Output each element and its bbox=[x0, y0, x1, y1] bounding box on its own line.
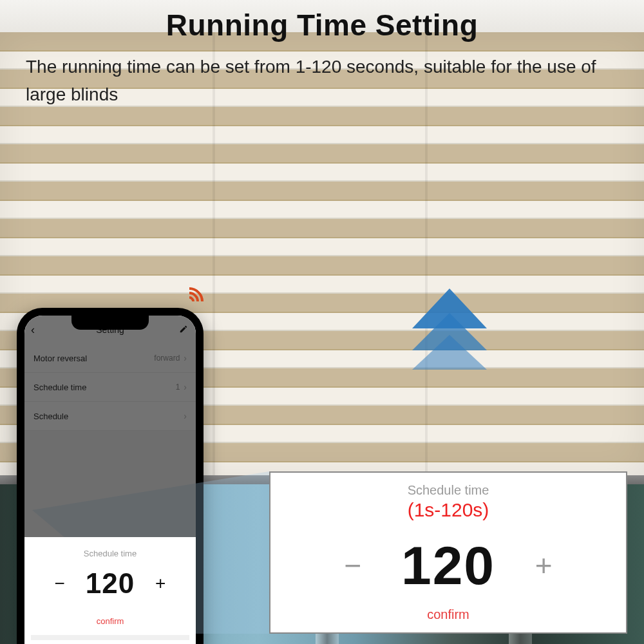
zoom-panel: Schedule time (1s-120s) − 120 + confirm bbox=[269, 471, 627, 634]
decrement-button[interactable]: − bbox=[48, 573, 71, 594]
increment-button[interactable]: + bbox=[149, 573, 172, 594]
zoom-time-value: 120 bbox=[401, 535, 495, 597]
time-value: 120 bbox=[86, 567, 135, 600]
zoom-range-label: (1s-120s) bbox=[283, 499, 613, 521]
phone-notch bbox=[71, 316, 149, 330]
page-subtitle: The running time can be set from 1-120 s… bbox=[26, 53, 618, 109]
cancel-button[interactable]: Cancel bbox=[31, 635, 189, 644]
zoom-title: Schedule time bbox=[283, 483, 613, 498]
time-stepper: − 120 + bbox=[31, 567, 189, 600]
zoom-stepper: − 120 + bbox=[283, 524, 613, 607]
sheet-title: Schedule time bbox=[31, 549, 189, 558]
up-arrow-icon bbox=[411, 289, 488, 370]
page-title: Running Time Setting bbox=[0, 8, 644, 43]
decrement-button[interactable]: − bbox=[337, 548, 369, 583]
increment-button[interactable]: + bbox=[527, 548, 560, 583]
confirm-button[interactable]: confirm bbox=[283, 607, 613, 627]
schedule-time-sheet: Schedule time − 120 + confirm Cancel bbox=[24, 537, 196, 644]
confirm-button[interactable]: confirm bbox=[31, 610, 189, 635]
phone-mockup: ‹ Setting Motor reversal forward › Sched… bbox=[17, 308, 204, 644]
